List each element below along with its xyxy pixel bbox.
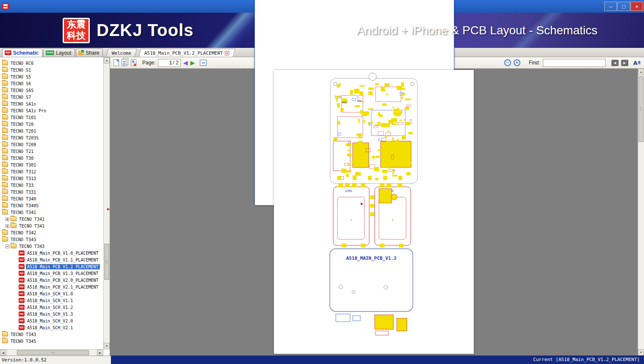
tree-item[interactable]: TECNO T340S [0, 202, 103, 209]
tree-item[interactable]: TECNO RC6 [0, 60, 103, 67]
tree-item[interactable]: TECNO T30 [0, 155, 103, 161]
tree-item-label: A518_Main_PCB_V1.0_PLACEMENT [26, 251, 100, 256]
tree-item-label: TECNO T101 [10, 115, 37, 120]
scroll-left-icon[interactable]: ◀ [0, 350, 6, 356]
tree-item[interactable]: TECNO T341 [0, 209, 103, 216]
tree-item[interactable]: PDFA518_Main_SCH_V1.3 [0, 311, 103, 317]
tree-item[interactable]: TECNO T331 [0, 189, 103, 195]
maximize-button[interactable]: □ [617, 2, 630, 11]
tree-item[interactable]: TECNO T340 [0, 195, 103, 202]
tree-item[interactable]: TECNO T101 [0, 114, 103, 121]
tree-item[interactable]: TECNO T312 [0, 168, 103, 175]
expand-icon[interactable]: + [6, 224, 9, 228]
tree-item[interactable]: PDFA518_Main_SCH_V2.1 [0, 324, 103, 331]
tree-item[interactable]: TECNO S6S [0, 87, 103, 94]
page-input[interactable] [160, 60, 172, 66]
tree-item-label: TECNO RC6 [10, 61, 34, 66]
tree-item[interactable]: PDFA518_Main_SCH_V1.0 [0, 290, 103, 297]
tree-item[interactable]: TECNO T21 [0, 148, 103, 155]
find-input[interactable] [543, 59, 605, 67]
splitter-collapse-icon[interactable]: ► [106, 206, 111, 211]
tree-item[interactable]: TECNO S1 [0, 67, 103, 73]
scrollbar-thumb[interactable] [104, 244, 109, 280]
scrollbar-thumb[interactable] [638, 76, 644, 142]
facing-pages-view-icon[interactable] [122, 59, 127, 66]
tree-item[interactable]: PDFA518_Main_SCH_V1.1 [0, 297, 103, 304]
zoom-in-button[interactable]: + [514, 59, 520, 66]
pcb-label-gnd: GND [357, 99, 362, 102]
next-page-button[interactable]: ▶ [190, 60, 195, 66]
tree-item[interactable]: TECNO T203S [0, 134, 103, 141]
find-previous-icon[interactable]: ◀ [611, 60, 619, 66]
tree-item-label: TECNO T331 [10, 190, 37, 195]
sidebar-horizontal-scrollbar[interactable]: ◀ ▶ [0, 349, 103, 356]
svg-text:L: L [351, 218, 352, 222]
fit-width-icon[interactable]: ↔ [200, 60, 207, 66]
doc-tab-welcome[interactable]: Welcome [106, 49, 137, 57]
previous-page-button[interactable]: ◀ [183, 60, 188, 66]
tree-item[interactable]: PDFA518_Main_PCB_V1.0_PLACEMENT [0, 250, 103, 256]
tree-item[interactable]: TECNO S7 [0, 94, 103, 100]
folder-icon [2, 339, 8, 343]
page-total: / 2 [172, 60, 178, 66]
zoom-out-button[interactable]: − [504, 59, 511, 66]
scroll-right-icon[interactable]: ▶ [97, 350, 103, 356]
doc-tab-label: Welcome [112, 50, 131, 56]
continuous-view-icon[interactable] [131, 59, 136, 66]
tree-item[interactable]: TECNO T343 [0, 236, 103, 243]
tree-item-label: TECNO S6 [10, 81, 32, 86]
doc-tab-placement[interactable]: A518_Main_PCB_V1.2_PLACEMENT × [138, 49, 235, 57]
pdf-icon: PDF [5, 50, 11, 55]
tree-item[interactable]: PDFA518_Main_SCH_V1.2 [0, 304, 103, 311]
tree-item-label: TECNO T203S [10, 136, 39, 140]
minimize-button[interactable]: – [604, 2, 617, 11]
tree-item[interactable]: TECNO SA1s Pro [0, 107, 103, 114]
find-next-icon[interactable]: ▶ [621, 60, 628, 66]
collapse-icon[interactable]: − [6, 245, 9, 248]
folder-icon [2, 88, 8, 92]
tab-share[interactable]: Share [76, 48, 103, 57]
tree-item[interactable]: TECNO T301 [0, 161, 103, 168]
folder-icon [11, 244, 17, 248]
close-button[interactable]: × [630, 2, 643, 11]
tree-item[interactable]: +TECNO T341 [0, 222, 103, 229]
tree-item[interactable]: TECNO S5 [0, 73, 103, 80]
sidebar-vertical-scrollbar[interactable]: ▲ ▼ [103, 57, 110, 349]
single-page-view-icon[interactable] [113, 59, 119, 66]
tab-layout[interactable]: PADS Layout [43, 48, 75, 57]
tree-item[interactable]: TECNO SA1s [0, 100, 103, 107]
tree-item[interactable]: TECNO S6 [0, 80, 103, 87]
tree-item[interactable]: PDFA518_Main_PCB_V1.1_PLACEMENT [0, 256, 103, 263]
scroll-down-icon[interactable]: ▼ [638, 349, 644, 356]
tree-item[interactable]: PDFA518_Main_SCH_V2.0 [0, 317, 103, 324]
tree-item-label: TECNO T343 [18, 244, 45, 249]
tree-item[interactable]: +TECNO T341 [0, 216, 103, 222]
tree-item[interactable]: PDFA518_Main_PCB_V1.2_PLACEMENT [0, 263, 103, 270]
tree-item-label: TECNO T343 [10, 237, 37, 242]
text-size-icon[interactable]: Aª [633, 60, 641, 66]
scroll-up-icon[interactable]: ▲ [638, 69, 644, 75]
viewer-vertical-scrollbar[interactable]: ▲ ▼ [638, 69, 644, 356]
app-title: DZKJ Tools [97, 21, 193, 40]
scrollbar-thumb[interactable] [17, 350, 89, 355]
document-canvas[interactable]: VBAT GND SIM1 SIM2 [110, 69, 638, 356]
expand-icon[interactable]: + [6, 217, 9, 221]
tree-item[interactable]: TECNO T343 [0, 331, 103, 338]
tree-item[interactable]: TECNO T345 [0, 338, 103, 345]
tree-item[interactable]: PDFA518_Main_PCB_V2.1_PLACEMENT [0, 283, 103, 290]
close-tab-icon[interactable]: × [225, 51, 229, 56]
folder-icon [2, 149, 8, 153]
tree-item[interactable]: −TECNO T343 [0, 243, 103, 250]
tree-item[interactable]: TECNO T20 [0, 121, 103, 128]
tree-item[interactable]: TECNO T342 [0, 229, 103, 236]
tab-schematic[interactable]: PDF Schematic [2, 48, 42, 57]
tree-item[interactable]: PDFA518_Main_PCB_V1.3_PLACEMENT [0, 270, 103, 277]
tree-item[interactable]: TECNO T33 [0, 182, 103, 189]
scroll-up-icon[interactable]: ▲ [104, 57, 110, 64]
tree-item[interactable]: TECNO T313 [0, 175, 103, 182]
tree-item[interactable]: PDFA518_Main_PCB_V2.0_PLACEMENT [0, 277, 103, 283]
tree-item[interactable]: TECNO T201 [0, 128, 103, 134]
tree-item[interactable]: TECNO T209 [0, 141, 103, 148]
scroll-down-icon[interactable]: ▼ [104, 343, 110, 349]
doc-tab-label: A518_Main_PCB_V1.2_PLACEMENT [144, 50, 223, 56]
